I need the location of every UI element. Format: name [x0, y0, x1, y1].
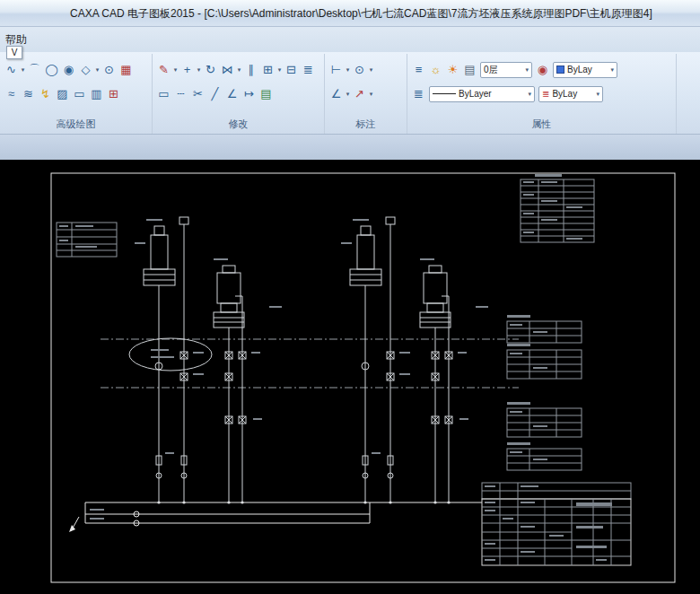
chevron-down-icon: ▾: [596, 91, 599, 98]
menu-bar: [0, 27, 700, 52]
chart-icon[interactable]: ▥: [88, 85, 105, 103]
color-select[interactable]: ByLay ▾: [553, 62, 617, 78]
spline-icon[interactable]: ∿: [3, 61, 20, 79]
legend-table-topleft: [57, 223, 117, 257]
palette-icon[interactable]: ◉: [534, 61, 551, 79]
ellipse-icon[interactable]: ◉: [60, 61, 77, 79]
array-icon[interactable]: ⊞: [259, 61, 276, 79]
chevron-down-icon[interactable]: ▾: [345, 66, 351, 74]
offset-icon[interactable]: ∥: [242, 61, 259, 79]
matrix-icon[interactable]: ⊟: [283, 61, 300, 79]
cad-drawing[interactable]: [0, 160, 700, 594]
arc-icon[interactable]: ⌒: [26, 61, 43, 79]
block-icon[interactable]: ▭: [71, 85, 88, 103]
stairs-icon[interactable]: ≣: [300, 61, 317, 79]
title-bar[interactable]: CAXA CAD 电子图板2015 - [C:\Users\Administra…: [0, 0, 700, 27]
ribbon-group-modify: ✎▾ +▾ ↻ ⋈▾ ∥ ⊞▾ ⊟ ≣ ▭ ┄ ✂ ╱ ∠ ↦ ▤: [153, 54, 325, 134]
app-window: CAXA CAD 电子图板2015 - [C:\Users\Administra…: [0, 0, 700, 594]
polygon-icon[interactable]: ◇: [77, 61, 94, 79]
move-icon[interactable]: +: [179, 61, 196, 79]
ribbon-group-dimension: ⊢▾ ⊙▾ ∠▾ ↗▾ 标注: [325, 54, 407, 134]
layers-icon[interactable]: ≡: [410, 61, 427, 79]
mirror-icon[interactable]: ⋈: [219, 61, 236, 79]
angle-dim-icon[interactable]: ∠: [328, 85, 345, 103]
bulb-icon[interactable]: ☼: [427, 61, 444, 79]
layer-select[interactable]: 0层 ▾: [480, 62, 532, 78]
chevron-down-icon[interactable]: ▾: [20, 66, 26, 74]
linear-dim-icon[interactable]: ⊢: [328, 61, 345, 79]
lineweight-sample: ≣: [542, 89, 549, 99]
multiline-icon[interactable]: ≋: [20, 85, 37, 103]
group-label-dimension: 标注: [325, 118, 407, 131]
frame-icon[interactable]: ▭: [155, 85, 172, 103]
data-table-topright: [521, 174, 594, 242]
linetype-select-value: ByLayer: [459, 89, 492, 99]
linetype-sample: [433, 93, 456, 94]
ribbon-group-advanced-draw: ∿▾ ⌒ ◯ ◉ ◇▾ ⊙ ▦ ≈ ≋ ↯ ▨ ▭ ▥ ⊞: [0, 54, 153, 134]
printer-icon[interactable]: ▤: [461, 61, 478, 79]
chevron-down-icon[interactable]: ▾: [368, 66, 374, 74]
centerlines: [101, 339, 519, 388]
circle-icon[interactable]: ◯: [43, 61, 60, 79]
grid-plus-icon[interactable]: ⊞: [105, 85, 122, 103]
chevron-down-icon: ▾: [610, 66, 614, 74]
drawing-canvas[interactable]: [0, 160, 700, 594]
chamfer-icon[interactable]: ∠: [223, 85, 241, 103]
chevron-down-icon[interactable]: ▾: [236, 66, 242, 74]
lightning-icon[interactable]: ↯: [37, 85, 54, 103]
trim-icon[interactable]: ✂: [189, 85, 206, 103]
ribbon-group-properties: ≡ ☼ ☀ ▤ 0层 ▾ ◉ ByLay ▾ ≣: [407, 54, 677, 134]
revision-cloud: [129, 338, 212, 371]
title-block: [482, 483, 631, 565]
window-title: CAXA CAD 电子图板2015 - [C:\Users\Administra…: [70, 0, 652, 27]
chevron-down-icon[interactable]: ▾: [368, 91, 374, 98]
ribbon: ∿▾ ⌒ ◯ ◉ ◇▾ ⊙ ▦ ≈ ≋ ↯ ▨ ▭ ▥ ⊞: [0, 52, 700, 135]
lineweight-select[interactable]: ≣ ByLay ▾: [538, 86, 603, 102]
dashdot-icon[interactable]: ┄: [172, 85, 189, 103]
chevron-down-icon[interactable]: ▾: [172, 66, 179, 74]
manifold-piping: [69, 502, 482, 532]
break-icon[interactable]: ╱: [206, 85, 223, 103]
ribbon-lower-band: [0, 135, 700, 160]
lineweight-icon[interactable]: ≣: [410, 85, 427, 103]
chevron-down-icon[interactable]: ▾: [276, 66, 283, 74]
layer-select-value: 0层: [484, 64, 498, 76]
table-icon[interactable]: ▦: [118, 61, 135, 79]
rotate-icon[interactable]: ↻: [202, 61, 219, 79]
brightness-icon[interactable]: ☀: [444, 61, 461, 79]
chevron-down-icon: ▾: [525, 66, 529, 74]
leader-icon[interactable]: ↗: [351, 85, 368, 103]
group-label-modify: 修改: [153, 118, 324, 131]
v-dropdown[interactable]: V: [6, 46, 22, 59]
color-select-value: ByLay: [567, 65, 592, 74]
chevron-down-icon[interactable]: ▾: [94, 66, 101, 74]
group-label-advanced-draw: 高级绘图: [0, 118, 152, 131]
lineweight-select-value: ByLay: [552, 89, 577, 99]
wave-icon[interactable]: ≈: [3, 85, 20, 103]
hatch-icon[interactable]: ▨: [54, 85, 71, 103]
radial-dim-icon[interactable]: ⊙: [351, 61, 368, 79]
sketch-icon[interactable]: ✎: [155, 61, 172, 79]
color-swatch: [556, 66, 564, 74]
chevron-down-icon: ▾: [528, 91, 531, 98]
component-labels: [135, 242, 488, 308]
linetype-select[interactable]: ByLayer ▾: [429, 86, 535, 102]
extend-icon[interactable]: ↦: [241, 85, 258, 103]
library-icon[interactable]: ▤: [258, 85, 275, 103]
chevron-down-icon[interactable]: ▾: [345, 91, 351, 98]
center-circle-icon[interactable]: ⊙: [101, 61, 118, 79]
spec-tables-right: [507, 315, 582, 470]
group-label-properties: 属性: [407, 118, 676, 131]
chevron-down-icon[interactable]: ▾: [196, 66, 202, 74]
